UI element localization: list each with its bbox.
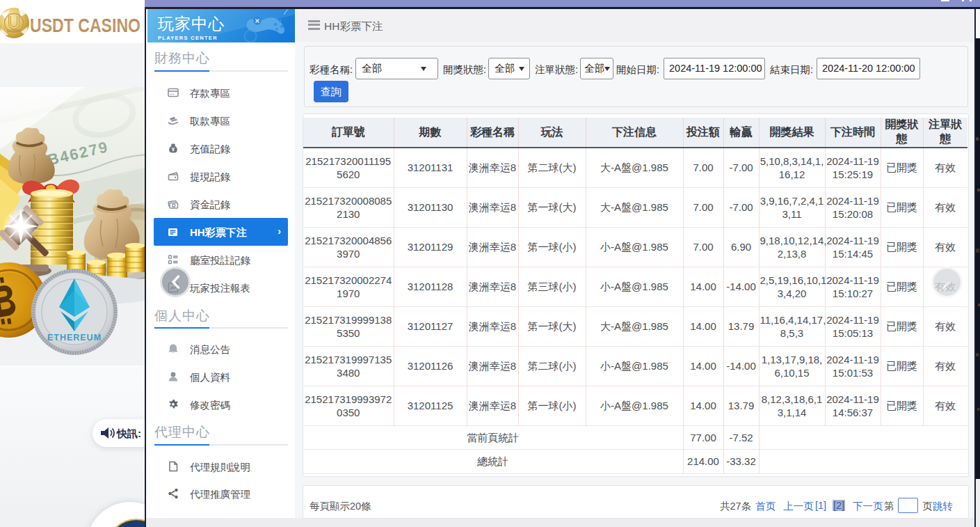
svg-text:CASINO: CASINO bbox=[7, 29, 21, 33]
svg-text:USDT CASINO: USDT CASINO bbox=[30, 14, 140, 36]
svg-text:ETHEREUM: ETHEREUM bbox=[47, 333, 102, 343]
